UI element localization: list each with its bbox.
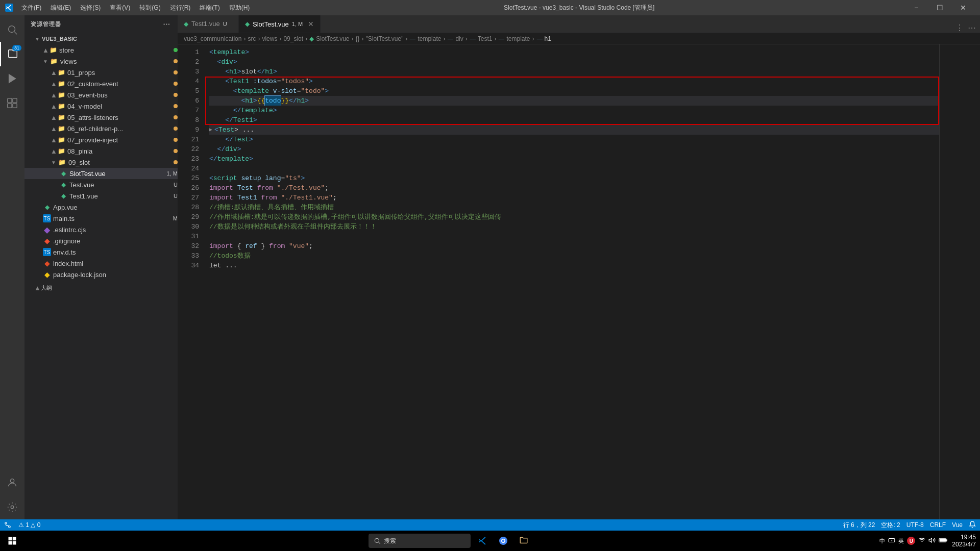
bc-h1[interactable]: h1 (545, 35, 551, 42)
bc-div[interactable]: div (455, 35, 463, 42)
code-line-21: </Test> (209, 135, 939, 144)
status-spaces[interactable]: 空格: 2 (881, 521, 900, 530)
tree-slottest[interactable]: ◆ SlotTest.vue 1, M (24, 168, 178, 179)
tree-08pinia[interactable]: ▶ 📁 08_pinia (24, 145, 178, 157)
tree-03eventbus[interactable]: ▶ 📁 03_event-bus (24, 89, 178, 101)
split-editor-icon[interactable]: ⋮ (955, 23, 964, 33)
03event-arrow: ▶ (51, 93, 56, 97)
status-encoding[interactable]: UTF-8 (906, 521, 924, 529)
bc-template2[interactable]: template (506, 35, 530, 42)
taskbar-right: 中 英 U 19:45 2023/4/7 (879, 534, 976, 548)
bc-braces[interactable]: {} (356, 35, 360, 42)
tree-packagelock[interactable]: ◆ package-lock.json (24, 269, 178, 280)
tree-07provide[interactable]: ▶ 📁 07_provide-inject (24, 134, 178, 145)
menu-edit[interactable]: 编辑(E) (46, 3, 75, 13)
titlebar-controls[interactable]: − ☐ ✕ (904, 0, 975, 15)
sidebar-header-icons[interactable]: ⋯ (162, 19, 172, 30)
l9-arrow[interactable]: ▶ (209, 125, 212, 135)
tree-appvue[interactable]: ◆ App.vue (24, 202, 178, 213)
bc-09slot[interactable]: 09_slot (283, 35, 303, 42)
code-line-9: ▶<Test> ... (209, 125, 939, 135)
tray-keyboard[interactable] (888, 537, 895, 545)
tree-envdts[interactable]: TS env.d.ts (24, 246, 178, 258)
tab-test1-label: Test1.vue (191, 20, 220, 28)
tray-lang[interactable]: 英 (898, 537, 904, 545)
taskbar-file-explorer[interactable] (516, 533, 532, 549)
tree-maints[interactable]: TS main.ts M (24, 213, 178, 224)
tray-ime[interactable]: 中 (879, 537, 885, 545)
activity-explorer[interactable]: 31 (0, 42, 24, 66)
menu-terminal[interactable]: 终端(T) (195, 3, 224, 13)
bc-vue3comm[interactable]: vue3_communication (184, 35, 241, 42)
activity-run[interactable] (0, 66, 24, 91)
test-label: Test.vue (69, 181, 169, 189)
tab-slottest-close[interactable]: ✕ (308, 20, 314, 28)
bc-slottestquote[interactable]: "SlotTest.vue" (366, 35, 404, 42)
menu-file[interactable]: 文件(F) (17, 3, 45, 13)
tree-02custom[interactable]: ▶ 📁 02_custom-event (24, 78, 178, 89)
tray-battery[interactable] (939, 537, 948, 544)
menu-run[interactable]: 运行(R) (166, 3, 195, 13)
taskbar-chrome[interactable] (495, 533, 511, 549)
windows-button[interactable] (4, 533, 20, 549)
code-line-34: let ... (209, 261, 939, 270)
tree-store[interactable]: ▶ 📁 store (24, 44, 178, 56)
status-git[interactable] (4, 521, 12, 529)
tree-root[interactable]: ▼ VUE3_BASIC (24, 33, 178, 44)
code-area[interactable]: <template> <div> <h1>slot</h1> (203, 44, 939, 519)
tab-actions[interactable]: ⋮ ⋯ (951, 23, 980, 33)
tray-network[interactable] (918, 537, 925, 545)
minimize-button[interactable]: − (904, 0, 928, 15)
bc-template1[interactable]: template (418, 35, 441, 42)
tree-indexhtml[interactable]: ◆ index.html (24, 258, 178, 269)
bc-test1[interactable]: Test1 (478, 35, 493, 42)
taskbar-vscode[interactable] (475, 533, 491, 549)
tree-eslint[interactable]: ◆ .eslintrc.cjs (24, 224, 178, 235)
status-right: 行 6，列 22 空格: 2 UTF-8 CRLF Vue (843, 521, 976, 530)
menu-select[interactable]: 选择(S) (76, 3, 105, 13)
svg-rect-11 (9, 537, 12, 541)
new-file-icon[interactable]: ⋯ (162, 19, 172, 30)
status-line-ending[interactable]: CRLF (930, 521, 946, 529)
titlebar-menu[interactable]: 文件(F) 编辑(E) 选择(S) 查看(V) 转到(G) 运行(R) 终端(T… (17, 3, 254, 13)
bc-slottestvue[interactable]: SlotTest.vue (316, 35, 349, 42)
activity-settings[interactable] (0, 495, 24, 519)
bc-src[interactable]: src (248, 35, 256, 42)
06ref-badge (174, 127, 178, 131)
tree-views[interactable]: ▼ 📁 views (24, 56, 178, 67)
taskbar-search[interactable]: 搜索 (369, 534, 471, 548)
tab-test1[interactable]: ◆ Test1.vue U (178, 15, 239, 33)
menu-help[interactable]: 帮助(H) (225, 3, 254, 13)
menu-view[interactable]: 查看(V) (106, 3, 134, 13)
tree-06ref[interactable]: ▶ 📁 06_ref-children-p... (24, 123, 178, 134)
svg-rect-14 (13, 541, 16, 545)
bc-views[interactable]: views (262, 35, 277, 42)
maximize-button[interactable]: ☐ (928, 0, 951, 15)
envdts-label: env.d.ts (53, 248, 178, 256)
tree-gitignore[interactable]: ◆ .gitignore (24, 235, 178, 246)
tree-05attrs[interactable]: ▶ 📁 05_attrs-listeners (24, 112, 178, 123)
status-errors[interactable]: ⚠ 1 △ 0 (18, 521, 40, 529)
l6-indent (209, 96, 241, 106)
code-line-5: <template v-slot="todo"> (209, 86, 939, 96)
tree-test[interactable]: ◆ Test.vue U (24, 179, 178, 190)
status-line-col[interactable]: 行 6，列 22 (843, 521, 875, 530)
tree-01props[interactable]: ▶ 📁 01_props (24, 67, 178, 78)
tray-volume[interactable] (928, 537, 936, 545)
breadcrumb: vue3_communication › src › views › 09_sl… (178, 33, 980, 44)
status-bell-icon[interactable] (969, 521, 976, 530)
tree-09slot[interactable]: ▼ 📁 09_slot (24, 157, 178, 168)
tree-test1[interactable]: ◆ Test1.vue U (24, 190, 178, 202)
tree-outline[interactable]: ▶ 大纲 (24, 282, 178, 293)
activity-extensions[interactable] (0, 91, 24, 115)
status-language[interactable]: Vue (952, 521, 963, 529)
tree-04vmodel[interactable]: ▶ 📁 04_v-model (24, 101, 178, 112)
system-clock[interactable]: 19:45 2023/4/7 (952, 534, 976, 548)
svg-rect-23 (946, 539, 947, 541)
tab-slottest[interactable]: ◆ SlotTest.vue 1, M ✕ (239, 15, 321, 33)
more-actions-icon[interactable]: ⋯ (968, 23, 976, 33)
close-button[interactable]: ✕ (951, 0, 975, 15)
activity-account[interactable] (0, 470, 24, 495)
activity-search[interactable] (0, 17, 24, 42)
menu-goto[interactable]: 转到(G) (135, 3, 164, 13)
